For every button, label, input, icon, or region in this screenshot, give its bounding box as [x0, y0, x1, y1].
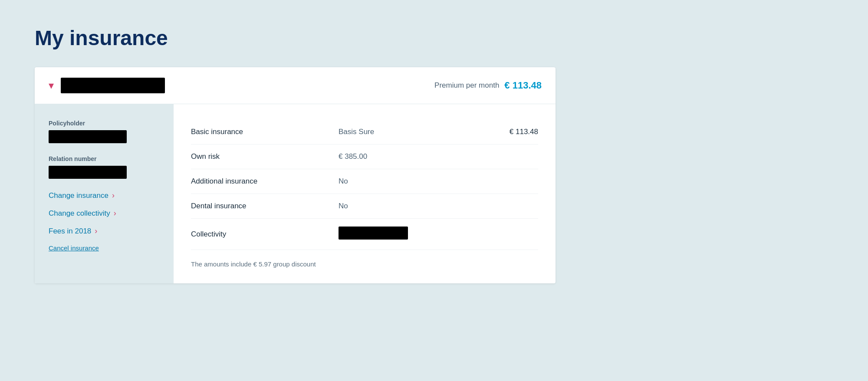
card-header: ▾ Premium per month € 113.48	[35, 67, 556, 104]
fees-2018-link[interactable]: Fees in 2018 ›	[49, 227, 160, 236]
basic-insurance-label: Basic insurance	[191, 128, 339, 136]
change-insurance-link[interactable]: Change insurance ›	[49, 191, 160, 200]
card-body: Policyholder Relation number Change insu…	[35, 104, 556, 283]
page-title: My insurance	[35, 26, 833, 50]
group-discount-note: The amounts include € 5.97 group discoun…	[191, 250, 538, 268]
policyholder-name-redacted	[49, 130, 127, 143]
change-collectivity-chevron-icon: ›	[114, 209, 116, 218]
insurance-card: ▾ Premium per month € 113.48 Policyholde…	[35, 67, 556, 283]
change-insurance-label: Change insurance	[49, 191, 108, 200]
change-insurance-chevron-icon: ›	[112, 191, 115, 200]
policyholder-label: Policyholder	[49, 120, 160, 127]
insured-name-redacted	[61, 78, 165, 93]
change-collectivity-label: Change collectivity	[49, 209, 110, 218]
card-header-left: ▾	[49, 78, 165, 93]
table-row: Dental insurance No	[191, 194, 538, 219]
basic-insurance-value: Basis Sure	[339, 128, 486, 136]
cancel-insurance-link[interactable]: Cancel insurance	[49, 244, 99, 252]
additional-insurance-label: Additional insurance	[191, 177, 339, 186]
own-risk-value: € 385.00	[339, 152, 486, 161]
expand-collapse-icon[interactable]: ▾	[49, 80, 54, 91]
premium-label: Premium per month	[434, 81, 499, 90]
table-row: Own risk € 385.00	[191, 145, 538, 169]
premium-amount: € 113.48	[504, 80, 542, 91]
main-content: Basic insurance Basis Sure € 113.48 Own …	[174, 104, 556, 283]
dental-insurance-label: Dental insurance	[191, 202, 339, 210]
collectivity-value	[339, 227, 486, 242]
sidebar: Policyholder Relation number Change insu…	[35, 104, 174, 283]
additional-insurance-value: No	[339, 177, 486, 186]
relation-number-redacted	[49, 166, 127, 179]
collectivity-label: Collectivity	[191, 230, 339, 239]
relation-number-label: Relation number	[49, 155, 160, 162]
table-row: Basic insurance Basis Sure € 113.48	[191, 120, 538, 145]
basic-insurance-price: € 113.48	[486, 128, 538, 136]
fees-2018-label: Fees in 2018	[49, 227, 91, 236]
fees-2018-chevron-icon: ›	[95, 227, 97, 236]
table-row: Collectivity	[191, 219, 538, 250]
premium-area: Premium per month € 113.48	[434, 80, 542, 91]
change-collectivity-link[interactable]: Change collectivity ›	[49, 209, 160, 218]
collectivity-name-redacted	[339, 227, 408, 240]
table-row: Additional insurance No	[191, 169, 538, 194]
own-risk-label: Own risk	[191, 152, 339, 161]
dental-insurance-value: No	[339, 202, 486, 210]
